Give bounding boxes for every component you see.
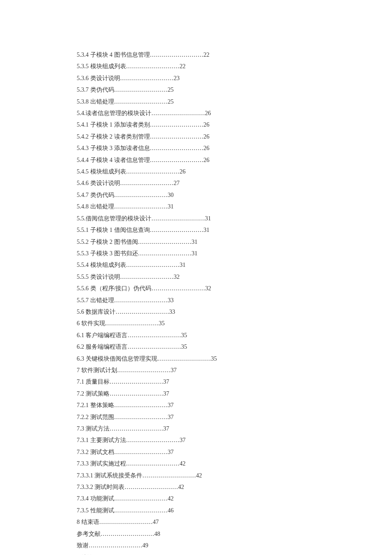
toc-entry: 7.1 质量目标………………………37 <box>77 376 315 387</box>
toc-label: 5.5.7 出错处理 <box>77 297 114 304</box>
toc-page: 37 <box>168 402 174 408</box>
toc-label: 5.5.借阅信息管理的模块设计 <box>77 215 151 222</box>
toc-leader: ……………………… <box>127 344 181 350</box>
toc-leader: ……………………… <box>150 133 204 140</box>
toc-leader: ……………………… <box>110 390 163 397</box>
toc-label: 7.3.4 功能测试 <box>77 495 114 502</box>
toc-label: 5.5.2 子模块 2 图书借阅 <box>77 239 138 245</box>
toc-leader: ……………………… <box>150 52 204 58</box>
toc-label: 8 结束语 <box>77 519 99 525</box>
toc-entry: 7.2.1 整体策略………………………37 <box>77 399 315 411</box>
toc-entry: 7.3.3.2 测试时间表………………………42 <box>77 481 315 493</box>
toc-leader: ……………………… <box>151 110 205 116</box>
document-page: 5.3.4 子模块 4 图书信息管理………………………225.3.5 模块组成列… <box>0 0 392 555</box>
toc-label: 7.3.3 测试实施过程 <box>77 460 126 467</box>
toc-page: 26 <box>204 133 210 140</box>
toc-entry: 6.1 客户端编程语言………………………35 <box>77 330 315 341</box>
toc-leader: ……………………… <box>99 519 153 525</box>
toc-page: 23 <box>174 75 180 81</box>
toc-page: 26 <box>204 157 210 163</box>
toc-page: 47 <box>153 519 159 525</box>
toc-label: 7.3.3.2 测试时间表 <box>77 484 124 490</box>
toc-leader: ……………………… <box>114 297 168 304</box>
toc-label: 5.4.3 子模块 3 添加读者信息 <box>77 145 150 151</box>
toc-page: 37 <box>163 379 169 385</box>
toc-leader: ……………………… <box>127 332 181 338</box>
toc-page: 49 <box>142 542 148 549</box>
toc-entry: 7.3.1 主要测试方法………………………37 <box>77 434 315 446</box>
toc-entry: 5.3.4 子模块 4 图书信息管理………………………22 <box>77 49 315 61</box>
toc-label: 致谢 <box>77 542 89 549</box>
toc-page: 30 <box>168 192 174 198</box>
toc-page: 31 <box>205 215 211 222</box>
toc-label: 5.4.7 类伪代码 <box>77 192 114 198</box>
toc-entry: 5.4.4 子模块 4 读者信息管理………………………26 <box>77 154 315 166</box>
toc-label: 5.4.读者信息管理的模块设计 <box>77 110 151 116</box>
toc-page: 46 <box>168 507 174 514</box>
toc-page: 37 <box>168 449 174 455</box>
toc-entry: 6 软件实现………………………35 <box>77 318 315 329</box>
toc-leader: ……………………… <box>114 507 168 514</box>
toc-page: 35 <box>181 344 187 350</box>
toc-leader: ……………………… <box>120 180 174 186</box>
toc-page: 33 <box>168 297 174 304</box>
toc-page: 31 <box>180 262 186 268</box>
toc-entry: 5.3.7 类伪代码………………………25 <box>77 84 315 95</box>
toc-label: 5.3.6 类设计说明 <box>77 75 120 81</box>
toc-leader: ……………………… <box>114 402 168 408</box>
toc-page: 25 <box>168 98 174 105</box>
toc-page: 26 <box>180 168 186 175</box>
toc-leader: ……………………… <box>150 121 204 128</box>
toc-entry: 7.3.5 性能测试………………………46 <box>77 505 315 516</box>
toc-entry: 8 结束语………………………47 <box>77 516 315 528</box>
toc-entry: 5.4.3 子模块 3 添加读者信息………………………26 <box>77 142 315 154</box>
toc-page: 26 <box>204 145 210 151</box>
toc-entry: 5.5.3 子模块 3 图书归还………………………31 <box>77 248 315 259</box>
toc-label: 5.3.7 类伪代码 <box>77 87 114 93</box>
toc-entry: 5.5.6 类（程序/接口）伪代码………………………32 <box>77 283 315 294</box>
section-heading: 1 绪论 <box>77 552 315 555</box>
toc-entry: 7.2.2 测试范围………………………37 <box>77 411 315 423</box>
toc-entry: 7.3.4 功能测试………………………42 <box>77 493 315 504</box>
toc-entry: 5.5.5 类设计说明………………………32 <box>77 271 315 283</box>
toc-label: 6.1 客户端编程语言 <box>77 332 127 338</box>
toc-entry: 5.3.5 模块组成列表………………………22 <box>77 61 315 72</box>
toc-entry: 5.4.8 出错处理………………………31 <box>77 201 315 212</box>
toc-entry: 5.4.2 子模块 2 读者类别管理………………………26 <box>77 131 315 142</box>
toc-label: 5.4.6 类设计说明 <box>77 180 120 186</box>
toc-entry: 5.5.1 子模块 1 借阅信息查询………………………31 <box>77 224 315 236</box>
toc-page: 31 <box>168 203 174 210</box>
toc-leader: ……………………… <box>138 239 192 245</box>
toc-page: 27 <box>174 180 180 186</box>
toc-page: 31 <box>192 239 198 245</box>
toc-page: 22 <box>204 52 210 58</box>
toc-leader: ……………………… <box>105 320 159 327</box>
toc-label: 5.5.4 模块组成列表 <box>77 262 126 268</box>
toc-label: 7.1 质量目标 <box>77 379 110 385</box>
toc-page: 31 <box>204 227 210 233</box>
toc-leader: ……………………… <box>150 157 204 163</box>
toc-page: 37 <box>163 425 169 432</box>
toc-entry: 5.3.8 出错处理………………………25 <box>77 96 315 107</box>
toc-label: 7.3.2 测试文档 <box>77 449 114 455</box>
toc-label: 7.2 测试策略 <box>77 390 110 397</box>
toc-label: 7.2.1 整体策略 <box>77 402 114 408</box>
toc-entry: 5.4.6 类设计说明………………………27 <box>77 177 315 189</box>
toc-label: 6.3 关键模块借阅信息管理实现 <box>77 356 157 362</box>
toc-page: 22 <box>180 63 186 69</box>
toc-page: 32 <box>205 285 211 292</box>
toc-label: 6 软件实现 <box>77 320 105 327</box>
toc-entry: 参考文献………………………48 <box>77 528 315 540</box>
toc-page: 35 <box>211 356 217 362</box>
toc-leader: ……………………… <box>150 145 204 151</box>
toc-label: 5.4.8 出错处理 <box>77 203 114 210</box>
toc-label: 5.5.5 类设计说明 <box>77 274 120 280</box>
toc-entry: 致谢………………………49 <box>77 540 315 551</box>
toc-label: 7.3.3.1 测试系统接受条件 <box>77 472 142 479</box>
toc-leader: ……………………… <box>89 542 142 549</box>
toc-page: 26 <box>205 110 211 116</box>
toc-leader: ……………………… <box>117 367 171 373</box>
toc-label: 5.3.8 出错处理 <box>77 98 114 105</box>
toc-label: 5.4.5 模块组成列表 <box>77 168 126 175</box>
toc-page: 48 <box>154 531 160 537</box>
